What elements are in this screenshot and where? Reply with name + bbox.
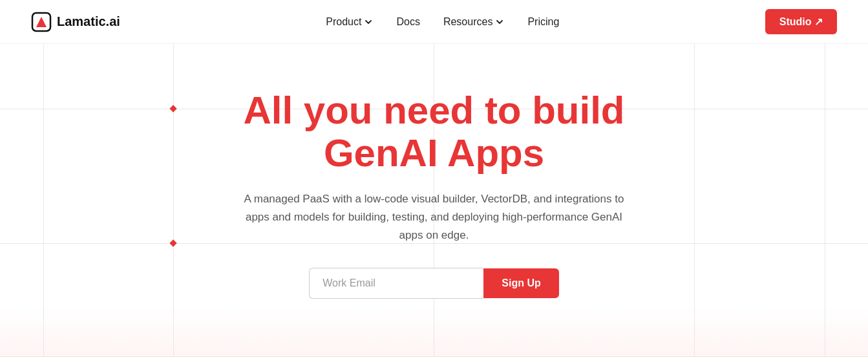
navbar: Lamatic.ai Product Docs Resources Pricin…: [0, 0, 868, 44]
email-input[interactable]: [309, 268, 483, 299]
logo-text: Lamatic.ai: [57, 14, 120, 29]
chevron-down-icon-resources: [495, 17, 504, 27]
cta-form: Sign Up: [234, 268, 635, 299]
nav-item-docs[interactable]: Docs: [396, 16, 419, 28]
bottom-gradient: [0, 305, 868, 357]
svg-marker-1: [36, 17, 47, 27]
logo-icon: [31, 12, 52, 32]
grid-dot: [169, 105, 176, 112]
hero-subtitle: A managed PaaS with a low-code visual bu…: [234, 190, 635, 244]
nav-links: Product Docs Resources Pricing: [326, 16, 559, 28]
nav-item-resources[interactable]: Resources: [443, 16, 504, 28]
hero-title: All you need to build GenAI Apps: [234, 89, 635, 175]
nav-right: Studio ↗: [765, 9, 837, 34]
hero-section: All you need to build GenAI Apps A manag…: [0, 44, 868, 357]
signup-button[interactable]: Sign Up: [483, 268, 558, 298]
hero-content: All you need to build GenAI Apps A manag…: [221, 89, 648, 299]
grid-dot: [169, 239, 176, 246]
logo[interactable]: Lamatic.ai: [31, 12, 120, 32]
studio-button[interactable]: Studio ↗: [765, 9, 837, 34]
chevron-down-icon: [364, 17, 373, 27]
nav-item-product[interactable]: Product: [326, 16, 373, 28]
nav-item-pricing[interactable]: Pricing: [527, 16, 559, 28]
